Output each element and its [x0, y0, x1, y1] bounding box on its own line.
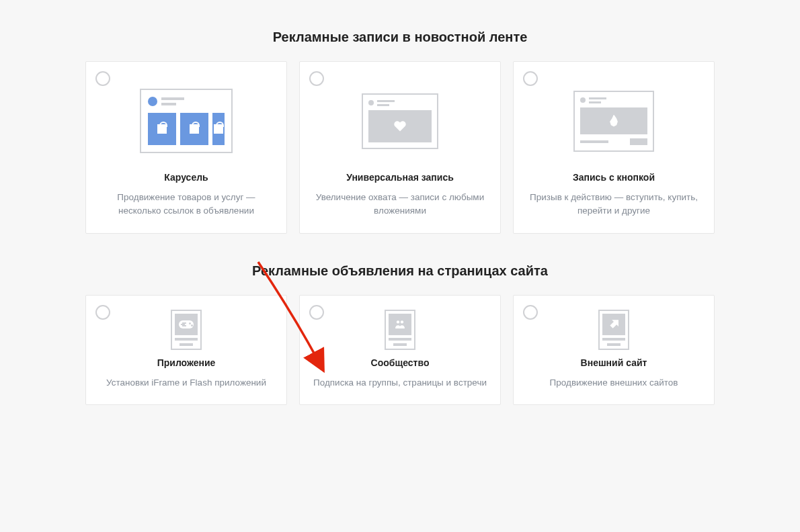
illustration-application [171, 306, 202, 353]
card-row-site: Приложение Установки iFrame и Flash прил… [77, 295, 723, 405]
card-desc: Установки iFrame и Flash приложений [106, 376, 266, 390]
card-desc: Призыв к действию — вступить, купить, пе… [527, 191, 701, 217]
heart-icon [394, 121, 406, 132]
avatar-icon [148, 97, 157, 106]
section-feed-ads: Рекламные записи в новостной ленте [77, 30, 723, 234]
radio-external-site[interactable] [523, 305, 538, 320]
card-application[interactable]: Приложение Установки iFrame и Flash прил… [85, 295, 287, 405]
card-title: Приложение [157, 357, 216, 368]
card-external-site[interactable]: Внешний сайт Продвижение внешних сайтов [513, 295, 715, 405]
card-title: Сообщество [371, 357, 430, 368]
flame-icon [609, 115, 618, 127]
gamepad-icon [179, 320, 194, 328]
card-universal-post[interactable]: Универсальная запись Увеличение охвата —… [299, 61, 501, 234]
card-button-post[interactable]: Запись с кнопкой Призыв к действию — вст… [513, 61, 715, 234]
card-desc: Продвижение внешних сайтов [550, 376, 678, 390]
illustration-community [385, 306, 415, 353]
radio-universal[interactable] [309, 71, 324, 86]
radio-application[interactable] [95, 305, 110, 320]
illustration-button-post [573, 74, 654, 168]
radio-community[interactable] [309, 305, 324, 320]
card-desc: Подписка на группы, страницы и встречи [313, 376, 487, 390]
avatar-icon [580, 97, 586, 103]
section-title-site: Рекламные объявления на страницах сайта [77, 263, 723, 279]
section-title-feed: Рекламные записи в новостной ленте [77, 30, 723, 45]
card-title: Универсальная запись [346, 172, 454, 183]
card-desc: Увеличение охвата — записи с любыми влож… [313, 191, 487, 217]
external-arrow-icon [609, 320, 618, 329]
illustration-carousel [140, 74, 233, 168]
people-icon [396, 320, 404, 328]
section-site-ads: Рекламные объявления на страницах сайта … [77, 263, 723, 405]
illustration-external-site [598, 306, 629, 353]
avatar-icon [368, 100, 374, 105]
illustration-universal [362, 74, 438, 168]
card-row-feed: Карусель Продвижение товаров и услуг — н… [77, 61, 723, 234]
card-carousel[interactable]: Карусель Продвижение товаров и услуг — н… [85, 61, 287, 234]
card-title: Внешний сайт [581, 357, 647, 368]
bag-icon [157, 124, 167, 134]
card-community[interactable]: Сообщество Подписка на группы, страницы … [299, 295, 501, 405]
card-desc: Продвижение товаров и услуг — несколько … [99, 191, 273, 217]
radio-carousel[interactable] [95, 71, 110, 86]
card-title: Запись с кнопкой [573, 172, 655, 183]
radio-button-post[interactable] [523, 71, 538, 86]
bag-icon [190, 124, 199, 134]
bag-icon [214, 124, 223, 134]
card-title: Карусель [164, 172, 208, 183]
